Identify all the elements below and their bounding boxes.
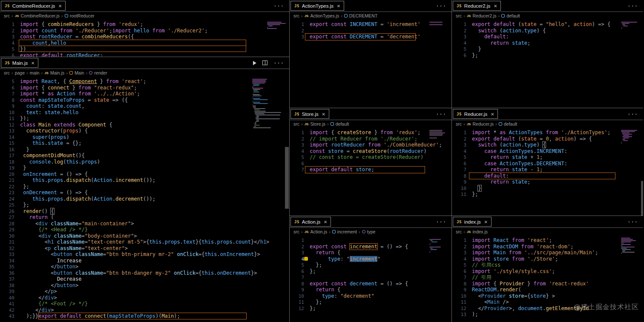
tab-label: CombineReducer.js (12, 3, 55, 9)
close-icon[interactable]: × (494, 3, 497, 9)
code-line: 35 </button> (0, 264, 289, 270)
tab-main[interactable]: JS Main.js × (1, 58, 38, 68)
breadcrumb-item[interactable]: rootReducer (65, 13, 95, 18)
breadcrumb-item[interactable]: JSindex.js (467, 229, 488, 234)
minimap-line (622, 27, 622, 28)
minimap[interactable] (621, 22, 641, 29)
code-line: 1import * as ActionTypes from './ActionT… (452, 129, 643, 136)
line-number: 38 (0, 283, 20, 289)
run-button[interactable] (253, 61, 256, 65)
line-number: 4 (0, 40, 20, 47)
tab-action[interactable]: JS Action.js × (290, 217, 331, 227)
breadcrumb-item[interactable]: src (293, 229, 299, 234)
code-line: 30 <div className="body-container"> (0, 233, 289, 239)
line-number: 36 (0, 270, 20, 277)
minimap[interactable] (621, 130, 641, 144)
breadcrumb-item[interactable]: JSAction.js (305, 229, 327, 234)
breadcrumb-item[interactable]: JSActionTypes.js (305, 13, 339, 18)
breadcrumb-item[interactable]: JSMain.js (44, 70, 64, 75)
breadcrumb-item[interactable]: Main (69, 70, 84, 75)
breadcrumb-item[interactable]: JSCombineReducer.js (15, 13, 60, 18)
breadcrumb-item[interactable]: JSReducer.js (467, 121, 494, 126)
close-icon[interactable]: × (322, 111, 325, 117)
tab-reducer2[interactable]: JS Reducer2.js × (453, 1, 501, 11)
more-actions-button[interactable]: ··· (436, 112, 446, 117)
tab-index[interactable]: JS index.js × (453, 217, 492, 227)
editor-actiontypes[interactable]: 1export const INCREMENT = 'increment'23e… (290, 20, 451, 108)
close-icon[interactable]: × (484, 219, 488, 224)
breadcrumb-item[interactable]: increment (332, 229, 357, 234)
minimap-line (623, 138, 629, 138)
breadcrumb: src›JSindex.js (452, 228, 643, 236)
breadcrumb-item[interactable]: default (499, 121, 518, 126)
breadcrumb-item[interactable]: src (293, 121, 299, 126)
split-editor-button[interactable] (262, 60, 267, 65)
more-actions-button[interactable]: ··· (627, 219, 638, 224)
more-actions-button[interactable]: ··· (436, 3, 446, 9)
minimap-line (430, 243, 431, 244)
breadcrumb-item[interactable]: src (456, 121, 462, 126)
breadcrumb-item[interactable]: src (4, 13, 10, 18)
minimap[interactable] (621, 238, 641, 254)
breadcrumb-item[interactable]: page (15, 70, 25, 75)
editor-store[interactable]: 1import { createStore } from 'redux';2//… (290, 128, 451, 216)
breadcrumb-item[interactable]: src (456, 13, 462, 18)
breadcrumb-item[interactable]: render (89, 70, 107, 75)
close-icon[interactable]: × (491, 111, 494, 117)
minimap[interactable] (252, 79, 285, 128)
breadcrumb-item[interactable]: type (362, 229, 376, 234)
breadcrumb-label: render (94, 70, 107, 75)
breadcrumb-item[interactable]: src (293, 13, 299, 18)
tab-store[interactable]: JS Store.js × (290, 109, 329, 119)
breadcrumb-label: default (506, 13, 520, 18)
code-line: 38 </button> (0, 282, 289, 289)
minimap[interactable] (267, 22, 287, 29)
breadcrumb-item[interactable]: JSStore.js (305, 121, 325, 126)
more-actions-button[interactable]: ··· (627, 112, 638, 117)
code-line: 3import Main from '../src/page/main/Main… (452, 250, 643, 256)
editor-index[interactable]: 1import React from 'react';2import React… (452, 236, 643, 322)
line-number: 3 (290, 142, 310, 149)
editor-main[interactable]: 5import React, { Component } from 'react… (0, 77, 289, 322)
breadcrumb-item[interactable]: main (30, 70, 40, 75)
line-number: 10 (0, 110, 20, 116)
line-number: 11 (0, 116, 20, 122)
scrollbar-thumb[interactable] (641, 181, 643, 216)
minimap-line (267, 28, 277, 29)
line-number: 2 (290, 28, 310, 34)
breadcrumb-item[interactable]: JSReducer2.js (467, 13, 497, 18)
line-number: 24 (0, 196, 20, 203)
scrollbar-thumb[interactable] (285, 147, 289, 209)
editor-reducer2[interactable]: 1export default (state = "hello", action… (452, 20, 643, 108)
breadcrumb-item[interactable]: default (501, 13, 520, 18)
breadcrumb-label: Main (75, 70, 84, 75)
breadcrumb-item[interactable]: DECREMENT (344, 13, 378, 18)
js-file-icon: JS (294, 4, 299, 8)
code-area: 1import { createStore } from 'redux';2//… (290, 129, 451, 173)
code-line: 40 </div> (0, 295, 289, 301)
close-icon[interactable]: × (31, 60, 34, 66)
more-actions-button[interactable]: ··· (436, 219, 446, 224)
close-icon[interactable]: × (58, 3, 62, 9)
tab-reducer[interactable]: JS Reducer.js × (453, 109, 498, 119)
breadcrumb-item[interactable]: src (4, 70, 10, 75)
code-line: 12 </Provider>, document.getElementById (452, 305, 643, 312)
editor-reducer[interactable]: 1import * as ActionTypes from './ActionT… (452, 128, 643, 216)
minimap[interactable] (429, 130, 449, 138)
minimap[interactable] (429, 238, 449, 253)
tab-combinereducer[interactable]: JS CombineReducer.js × (1, 1, 66, 11)
tab-bar: JS Reducer2.js × ··· (452, 0, 643, 12)
lightbulb-icon[interactable] (304, 257, 308, 261)
close-icon[interactable]: × (324, 219, 327, 224)
more-actions-button[interactable]: ··· (627, 3, 638, 9)
tab-actiontypes[interactable]: JS ActionTypes.js × (290, 1, 344, 11)
minimap[interactable] (429, 22, 449, 25)
more-actions-button[interactable]: ··· (273, 3, 284, 9)
breadcrumb-item[interactable]: default (331, 121, 349, 126)
editor-combinereducer[interactable]: 1import { combineReducers } from 'redux'… (0, 20, 289, 57)
more-actions-button[interactable]: ··· (273, 60, 284, 66)
editor-action[interactable]: 12export const increment = () => {3 retu… (290, 236, 451, 322)
breadcrumb-item[interactable]: src (456, 229, 462, 234)
line-number: 7 (452, 275, 472, 281)
close-icon[interactable]: × (337, 3, 340, 9)
